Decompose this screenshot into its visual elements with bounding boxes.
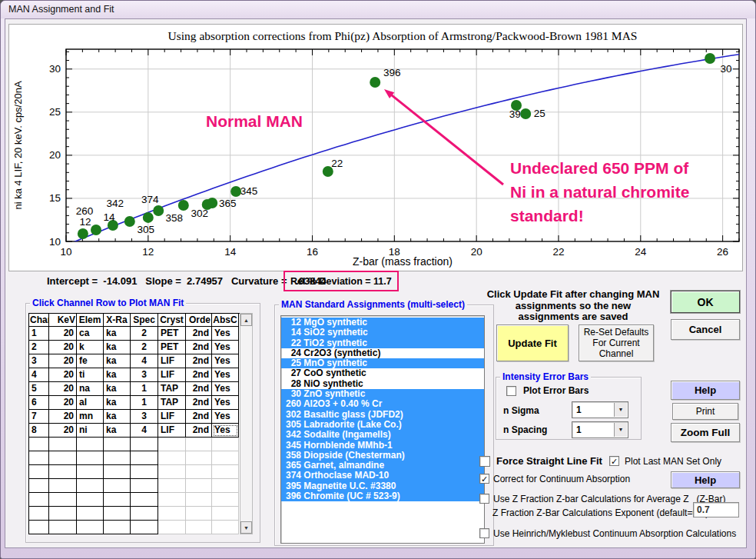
column-header-elem[interactable]: Elem [77, 314, 104, 327]
channel-table-scrollbar[interactable]: ▲ ▼ [240, 313, 253, 534]
cell[interactable]: k [77, 341, 104, 354]
cell[interactable]: ka [104, 354, 131, 368]
cell[interactable]: ka [104, 341, 131, 354]
cell[interactable]: PET [158, 327, 186, 341]
z-fraction-checkbox[interactable] [479, 494, 489, 504]
dropdown-arrow-icon[interactable]: ▼ [614, 423, 627, 437]
channel-row-5[interactable]: 520naka1TAP2ndYes [29, 382, 240, 396]
cell[interactable]: ca [77, 327, 104, 341]
scroll-up-icon[interactable]: ▲ [240, 314, 252, 326]
cell[interactable]: 2 [131, 341, 158, 354]
cell[interactable]: ni [77, 424, 104, 438]
cell[interactable]: 20 [49, 354, 77, 368]
cell[interactable]: 2 [131, 327, 158, 341]
column-header-kev[interactable]: KeV [49, 314, 77, 327]
ok-button[interactable]: OK [671, 291, 740, 313]
column-header-absc[interactable]: AbsC [212, 314, 239, 327]
cell[interactable]: 2nd [186, 327, 212, 341]
channel-table[interactable]: ChanKeVElemX-RaSpecCrystOrdeAbsC 120caka… [28, 313, 240, 534]
column-header-chan[interactable]: Chan [29, 314, 49, 327]
cell[interactable]: 4 [29, 368, 49, 382]
standard-item-365[interactable]: 365 Garnet, almandine [281, 461, 484, 471]
cell[interactable]: 20 [49, 368, 77, 382]
cell[interactable]: 2nd [186, 354, 212, 368]
cell[interactable]: 2nd [186, 341, 212, 354]
cell[interactable]: 4 [131, 424, 158, 438]
standard-item-395[interactable]: 395 Magnetite U.C. #3380 [281, 481, 484, 491]
cell[interactable]: al [77, 396, 104, 410]
cell[interactable]: ka [104, 382, 131, 396]
cell[interactable]: PET [158, 341, 186, 354]
cancel-button[interactable]: Cancel [671, 319, 740, 340]
standard-item-30[interactable]: 30 ZnO synthetic [281, 389, 484, 399]
continuum-absorption-checkbox[interactable]: ✓ [479, 474, 489, 484]
cell[interactable]: 3 [29, 354, 49, 368]
cell[interactable]: Yes [212, 424, 239, 438]
cell[interactable]: ka [104, 327, 131, 341]
cell[interactable]: 20 [49, 382, 77, 396]
cell[interactable]: 20 [49, 424, 77, 438]
cell[interactable]: TAP [158, 382, 186, 396]
cell[interactable]: 20 [49, 327, 77, 341]
standard-item-27[interactable]: 27 CoO synthetic [281, 368, 484, 378]
cell[interactable]: na [77, 382, 104, 396]
cell[interactable]: 1 [131, 382, 158, 396]
channel-row-8[interactable]: 820nika4LIF2ndYes [29, 424, 240, 438]
cell[interactable]: LIF [158, 368, 186, 382]
zoom-full-button[interactable]: Zoom Full [671, 423, 740, 442]
column-header-cryst[interactable]: Cryst [158, 314, 186, 327]
column-header-orde[interactable]: Orde [186, 314, 212, 327]
help-button[interactable]: Help [671, 381, 740, 400]
plot-last-man-checkbox[interactable]: ✓ [609, 456, 619, 466]
cell[interactable]: 3 [131, 368, 158, 382]
standard-item-260[interactable]: 260 Al2O3 + 0.40 % Cr [281, 399, 484, 409]
cell[interactable]: Yes [212, 354, 239, 368]
cell[interactable]: ka [104, 368, 131, 382]
column-header-x-ra[interactable]: X-Ra [104, 314, 131, 327]
exponent-input[interactable]: 0.7 [693, 502, 739, 517]
cell[interactable]: Yes [212, 341, 239, 354]
standard-item-24[interactable]: 24 Cr2O3 (synthetic) [281, 348, 484, 358]
scroll-down-icon[interactable]: ▼ [240, 521, 252, 534]
cell[interactable]: ka [104, 410, 131, 424]
cell[interactable]: 8 [29, 424, 49, 438]
channel-row-3[interactable]: 320feka4LIF2ndYes [29, 354, 240, 368]
cell[interactable]: mn [77, 410, 104, 424]
heinrich-checkbox[interactable] [479, 528, 489, 538]
force-straight-line-checkbox[interactable] [479, 456, 490, 467]
standard-item-25[interactable]: 25 MnO synthetic [281, 358, 484, 368]
column-header-spec[interactable]: Spec [131, 314, 158, 327]
channel-row-1[interactable]: 120caka2PET2ndYes [29, 327, 240, 341]
standard-item-358[interactable]: 358 Diopside (Chesterman) [281, 451, 484, 461]
standard-item-28[interactable]: 28 NiO synthetic [281, 379, 484, 389]
cell[interactable]: LIF [158, 424, 186, 438]
cell[interactable]: LIF [158, 354, 186, 368]
cell[interactable]: Yes [212, 382, 239, 396]
cell[interactable]: 4 [131, 354, 158, 368]
cell[interactable]: 2nd [186, 410, 212, 424]
print-button[interactable]: Print [672, 403, 738, 420]
channel-row-2[interactable]: 220kka2PET2ndYes [29, 341, 240, 354]
cell[interactable]: TAP [158, 396, 186, 410]
cell[interactable]: Yes [212, 368, 239, 382]
cell[interactable]: 20 [49, 396, 77, 410]
standard-item-342[interactable]: 342 Sodalite (Ingamells) [281, 430, 484, 440]
title-bar[interactable]: MAN Assignment and Fit [1, 1, 755, 18]
channel-row-4[interactable]: 420tika3LIF2ndYes [29, 368, 240, 382]
standard-item-374[interactable]: 374 Orthoclase MAD-10 [281, 471, 484, 481]
cell[interactable]: fe [77, 354, 104, 368]
standard-item-12[interactable]: 12 MgO synthetic [281, 318, 484, 328]
cell[interactable]: Yes [212, 327, 239, 341]
standard-item-14[interactable]: 14 SiO2 synthetic [281, 328, 484, 338]
channel-row-7[interactable]: 720mnka3LIF2ndYes [29, 410, 240, 424]
cell[interactable]: 2nd [186, 368, 212, 382]
n-sigma-select[interactable]: 1 ▼ [572, 401, 628, 418]
cell[interactable]: 6 [29, 396, 49, 410]
cell[interactable]: 1 [131, 396, 158, 410]
cell[interactable]: ka [104, 424, 131, 438]
standards-listbox[interactable]: 12 MgO synthetic 14 SiO2 synthetic 22 Ti… [280, 315, 485, 544]
reset-defaults-button[interactable]: Re-Set Defaults For Current Channel [579, 324, 654, 361]
dropdown-arrow-icon[interactable]: ▼ [614, 403, 627, 417]
standard-item-305[interactable]: 305 Labradorite (Lake Co.) [281, 420, 484, 430]
plot-error-bars-checkbox[interactable] [506, 386, 516, 396]
